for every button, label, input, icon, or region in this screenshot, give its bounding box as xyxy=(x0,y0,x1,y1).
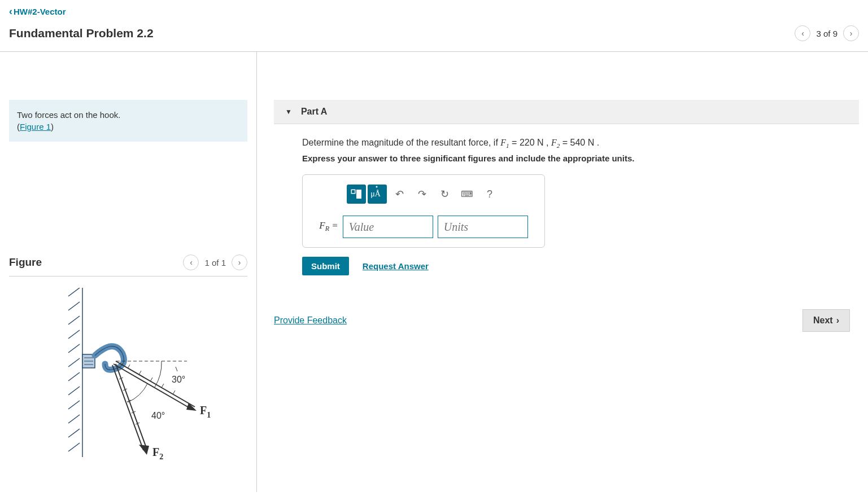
next-label: Next xyxy=(813,315,833,326)
svg-line-20 xyxy=(128,365,130,368)
svg-line-8 xyxy=(68,387,80,395)
svg-line-12 xyxy=(68,443,80,451)
answer-box: μÅ ↶ ↷ ↻ ⌨ ? FR = xyxy=(302,174,545,248)
chevron-left-icon: ‹ xyxy=(9,6,12,17)
svg-line-5 xyxy=(68,344,80,353)
keyboard-button[interactable]: ⌨ xyxy=(456,184,478,204)
part-header[interactable]: ▼ Part A xyxy=(274,100,859,124)
svg-line-11 xyxy=(68,429,80,437)
breadcrumb-link[interactable]: ‹ HW#2-Vector xyxy=(9,6,66,17)
problem-title: Fundamental Problem 2.2 xyxy=(9,27,154,40)
prev-figure-button[interactable]: ‹ xyxy=(183,254,199,270)
next-figure-button[interactable]: › xyxy=(232,254,247,270)
intro-text: Two forces act on the hook. xyxy=(17,110,120,120)
help-button[interactable]: ? xyxy=(479,184,500,204)
figure-counter: 1 of 1 xyxy=(204,258,226,267)
problem-counter: 3 of 9 xyxy=(816,29,838,38)
part-label: Part A xyxy=(301,107,328,117)
svg-text:F1: F1 xyxy=(200,404,211,419)
instruction-text: Express your answer to three significant… xyxy=(302,153,848,163)
redo-button[interactable]: ↷ xyxy=(411,184,433,204)
svg-line-9 xyxy=(68,401,80,409)
svg-line-24 xyxy=(173,390,175,394)
svg-line-2 xyxy=(68,302,80,310)
svg-line-23 xyxy=(162,384,164,388)
breadcrumb-text: HW#2-Vector xyxy=(14,7,66,16)
svg-text:30°: 30° xyxy=(172,375,185,384)
svg-rect-40 xyxy=(356,190,361,199)
svg-line-21 xyxy=(139,371,141,375)
svg-line-7 xyxy=(68,372,80,381)
next-problem-button[interactable]: › xyxy=(843,25,859,41)
value-input[interactable] xyxy=(343,216,433,238)
svg-line-6 xyxy=(68,358,80,367)
svg-marker-25 xyxy=(186,403,197,411)
svg-text:F2: F2 xyxy=(152,446,163,461)
svg-text:40°: 40° xyxy=(151,411,165,420)
svg-line-26 xyxy=(112,365,143,450)
problem-nav: ‹ 3 of 9 › xyxy=(795,25,859,41)
svg-line-1 xyxy=(68,288,80,296)
prev-problem-button[interactable]: ‹ xyxy=(795,25,810,41)
svg-line-3 xyxy=(68,316,80,324)
svg-line-22 xyxy=(150,378,152,381)
request-answer-link[interactable]: Request Answer xyxy=(363,261,429,271)
svg-point-42 xyxy=(376,186,377,188)
reset-button[interactable]: ↻ xyxy=(434,184,455,204)
figure-title: Figure xyxy=(9,256,42,269)
undo-button[interactable]: ↶ xyxy=(389,184,410,204)
svg-line-4 xyxy=(68,330,80,339)
svg-line-34 xyxy=(176,367,177,371)
next-button[interactable]: Next › xyxy=(802,309,850,332)
provide-feedback-link[interactable]: Provide Feedback xyxy=(274,315,347,326)
units-button[interactable]: μÅ xyxy=(368,185,387,204)
figure-link[interactable]: Figure 1 xyxy=(20,122,51,131)
intro-box: Two forces act on the hook. (Figure 1) xyxy=(9,100,247,142)
question-text: Determine the magnitude of the resultant… xyxy=(302,138,848,149)
collapse-icon: ▼ xyxy=(285,108,292,116)
svg-rect-41 xyxy=(352,190,355,193)
fr-label: FR = xyxy=(319,220,338,233)
figure-diagram: 30° 40° F1 F2 xyxy=(9,288,247,465)
templates-button[interactable] xyxy=(347,185,366,204)
units-input[interactable] xyxy=(438,216,528,238)
svg-marker-33 xyxy=(139,445,149,455)
submit-button[interactable]: Submit xyxy=(302,257,349,275)
svg-line-18 xyxy=(114,364,193,410)
svg-line-10 xyxy=(68,415,80,423)
chevron-right-icon: › xyxy=(836,315,839,326)
